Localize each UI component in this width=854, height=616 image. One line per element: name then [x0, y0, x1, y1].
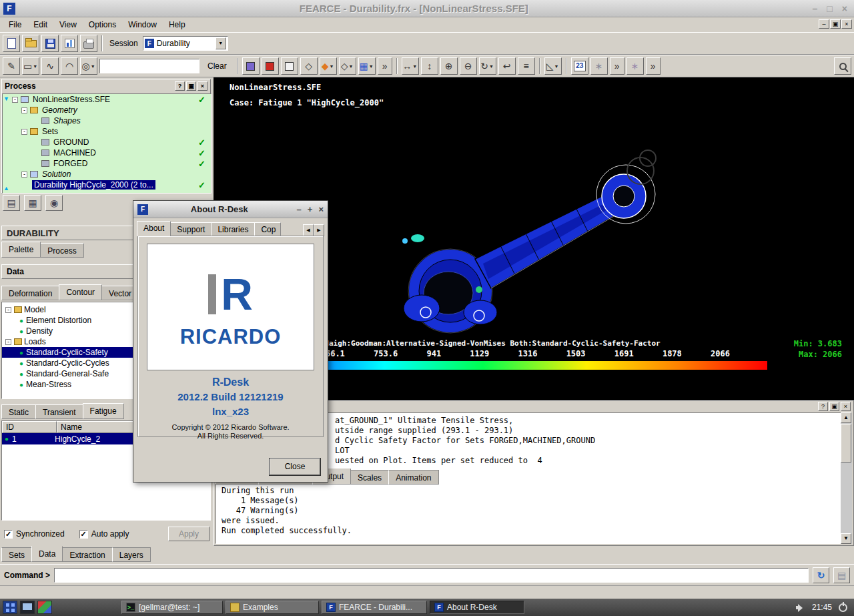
menu-edit[interactable]: Edit: [27, 19, 53, 31]
open-file-button[interactable]: [22, 35, 39, 52]
tab-extraction[interactable]: Extraction: [62, 547, 112, 562]
rotate-dropdown-arrow[interactable]: ▼: [488, 64, 494, 69]
expander-icon[interactable]: -: [21, 129, 27, 135]
new-document-button[interactable]: [3, 35, 20, 52]
tree-item-durability-case[interactable]: Durability HighCycle_2000 (2 to... ✓: [3, 180, 211, 190]
scrollbar-thumb[interactable]: [841, 424, 851, 463]
synchronized-checkbox[interactable]: ✓: [4, 530, 13, 539]
tree-item-forged[interactable]: FORGED ✓: [3, 158, 211, 169]
ruler-button[interactable]: ▭▼: [22, 57, 39, 75]
textured-dropdown-arrow[interactable]: ▼: [368, 64, 374, 69]
grid-button[interactable]: ▦: [24, 195, 41, 211]
column-header-id[interactable]: ID: [2, 421, 57, 433]
tab-static[interactable]: Static: [1, 404, 36, 419]
tab-palette[interactable]: Palette: [1, 242, 41, 258]
tab-transient[interactable]: Transient: [35, 404, 83, 419]
lens-button[interactable]: ∗: [626, 57, 644, 75]
dialog-minimize-button[interactable]: –: [297, 204, 302, 214]
pan-vertical-button[interactable]: ↕: [421, 57, 438, 75]
command-input[interactable]: [54, 568, 809, 583]
tab-layers[interactable]: Layers: [112, 547, 151, 562]
polyline-button[interactable]: ∿: [41, 57, 59, 75]
tree-item-sets[interactable]: - Sets: [3, 126, 211, 137]
expander-icon[interactable]: -: [12, 97, 18, 103]
tab-animation[interactable]: Animation: [388, 470, 438, 485]
zoom-in-button[interactable]: ⊕: [440, 57, 458, 75]
command-run-button[interactable]: ↻: [813, 567, 829, 583]
tab-fatigue[interactable]: Fatigue: [83, 403, 124, 419]
undock-icon[interactable]: ▣: [186, 81, 196, 91]
mdi-minimize-button[interactable]: –: [819, 19, 829, 29]
display-textured-button[interactable]: ▦▼: [358, 57, 376, 75]
zoom-out-button[interactable]: ⊖: [460, 57, 477, 75]
output-scrollbar[interactable]: ▲ ▼: [841, 412, 852, 544]
display-more-button[interactable]: »: [378, 57, 392, 75]
task-examples[interactable]: Examples: [226, 601, 319, 614]
expander-icon[interactable]: -: [21, 172, 27, 178]
tree-item-solution[interactable]: - Solution: [3, 169, 211, 180]
display-hex-shaded-button[interactable]: ◆▼: [320, 57, 337, 75]
dialog-title-bar[interactable]: F About R-Desk – + ×: [133, 201, 328, 218]
maximize-button[interactable]: □: [827, 3, 832, 14]
tree-item-machined[interactable]: MACHINED ✓: [3, 147, 211, 158]
tab-scales[interactable]: Scales: [350, 470, 389, 485]
tab-support[interactable]: Support: [170, 222, 211, 236]
session-dropdown-arrow[interactable]: ▼: [216, 37, 226, 49]
start-menu-icon[interactable]: [3, 601, 17, 614]
expander-icon[interactable]: -: [5, 307, 11, 313]
command-log-button[interactable]: ▤: [833, 567, 850, 583]
display-hex-wire-button[interactable]: ◇▼: [339, 57, 356, 75]
mdi-restore-button[interactable]: ▣: [830, 19, 841, 29]
magnify-button[interactable]: [834, 57, 851, 75]
save-button[interactable]: [41, 35, 59, 52]
dialog-maximize-button[interactable]: +: [308, 204, 313, 214]
close-panel-button[interactable]: ×: [841, 402, 851, 411]
menu-file[interactable]: File: [3, 19, 27, 31]
display-wire-button[interactable]: ◇: [300, 57, 318, 75]
undock-icon[interactable]: ▣: [829, 402, 839, 411]
tools-more-button[interactable]: »: [610, 57, 624, 75]
tab-scroll-left-icon[interactable]: ◀: [303, 224, 314, 236]
close-button[interactable]: ×: [842, 3, 847, 14]
ruler-dropdown-arrow[interactable]: ▼: [32, 64, 38, 69]
task-about-rdesk[interactable]: F About R-Desk: [430, 601, 524, 614]
pan-horizontal-button[interactable]: ↔▼: [402, 57, 419, 75]
hex-shaded-dropdown-arrow[interactable]: ▼: [329, 64, 335, 69]
target-button[interactable]: ◎▼: [80, 57, 97, 75]
selection-input[interactable]: [99, 59, 199, 73]
slope-button[interactable]: ◺▼: [544, 57, 562, 75]
tree-item-geometry[interactable]: - Geometry: [3, 105, 211, 115]
arc-button[interactable]: ◠: [61, 57, 78, 75]
menu-options[interactable]: Options: [83, 19, 122, 31]
workspace-icon[interactable]: [37, 601, 52, 614]
tab-deformation[interactable]: Deformation: [1, 286, 59, 300]
menu-help[interactable]: Help: [163, 19, 191, 31]
probe-button[interactable]: ✎: [3, 57, 20, 75]
task-fearce[interactable]: F FEARCE - Durabili...: [322, 601, 427, 614]
help-button[interactable]: ?: [818, 402, 828, 411]
menu-window[interactable]: Window: [122, 19, 163, 31]
help-button[interactable]: ?: [175, 81, 185, 91]
chart-button[interactable]: [61, 35, 78, 52]
power-icon[interactable]: [839, 603, 847, 612]
scroll-down-icon[interactable]: ▼: [841, 533, 851, 544]
speaker-icon[interactable]: [796, 603, 805, 611]
tab-data[interactable]: Data: [31, 546, 63, 562]
task-terminal[interactable]: >_ [gellmar@test: ~]: [121, 601, 223, 614]
tab-contour[interactable]: Contour: [59, 284, 102, 300]
apply-button[interactable]: Apply: [168, 527, 209, 541]
display-solid-button[interactable]: [262, 57, 279, 75]
tab-sets[interactable]: Sets: [1, 547, 32, 562]
tab-scroll-right-icon[interactable]: ▶: [314, 224, 324, 236]
session-combobox[interactable]: F Durability ▼: [143, 36, 228, 51]
show-desktop-icon[interactable]: [20, 601, 35, 614]
pan-dropdown-arrow[interactable]: ▼: [412, 64, 418, 69]
tab-libraries[interactable]: Libraries: [211, 222, 255, 236]
tree-item-model[interactable]: - NonLinearStress.SFE ✓: [3, 94, 211, 105]
auto-apply-checkbox[interactable]: ✓: [79, 530, 88, 539]
tree-item-shapes[interactable]: Shapes: [3, 115, 211, 126]
menu-view[interactable]: View: [53, 19, 83, 31]
expander-icon[interactable]: -: [21, 107, 27, 113]
display-shaded-button[interactable]: [242, 57, 260, 75]
previous-view-button[interactable]: ↩: [498, 57, 516, 75]
